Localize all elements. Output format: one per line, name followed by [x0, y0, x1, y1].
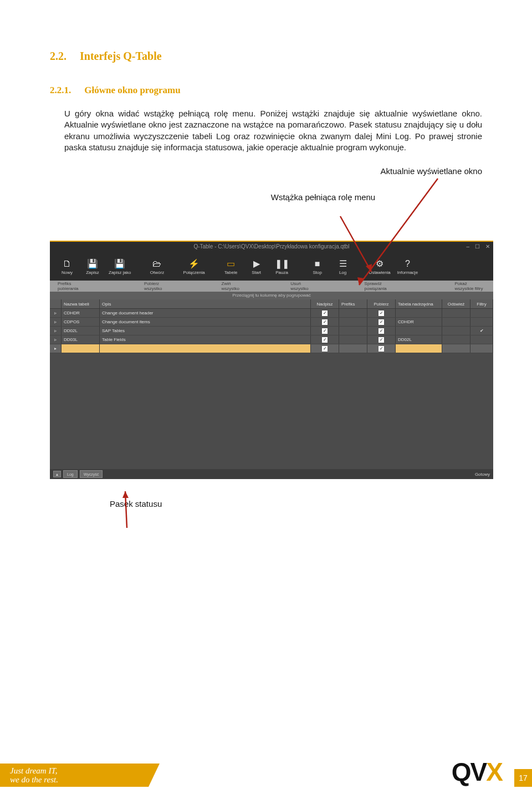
ribbon-zapisz-jako[interactable]: 💾Zapisz jako — [105, 258, 134, 275]
cmd-prefiks-pobierania[interactable]: Prefiks pobierania — [50, 281, 91, 292]
page-footer: Just dream IT, we do the rest. QVX 17 — [0, 757, 532, 787]
table-row[interactable]: ▹DD02LSAP Tables✓✓✔ — [50, 327, 493, 335]
log-button[interactable]: Log — [63, 470, 78, 478]
close-button[interactable]: ✕ — [485, 242, 490, 252]
table-row[interactable]: ▹CDPOSChange document items✓✓CDHDR — [50, 318, 493, 327]
command-bar: Prefiks pobieraniaPobierz wszystkoZwiń w… — [50, 281, 493, 292]
svg-line-4 — [125, 491, 127, 528]
ribbon-ustawienia[interactable]: ⚙Ustawienia — [366, 258, 394, 275]
svg-marker-5 — [122, 491, 129, 498]
ribbon-zapisz[interactable]: 💾Zapisz — [80, 258, 105, 275]
minimize-button[interactable]: – — [466, 242, 469, 252]
table-row[interactable]: ▹CDHDRChange document header✓✓ — [50, 309, 493, 318]
window-titlebar: Q-Table - C:\Users\QVX\Desktop\Przykłado… — [50, 242, 493, 252]
expand-log-button[interactable]: ▲ — [53, 471, 61, 477]
ribbon-menu: 🗋Nowy💾Zapisz💾Zapisz jako🗁Otwórz⚡Połączen… — [50, 252, 493, 281]
ribbon-połączenia[interactable]: ⚡Połączenia — [180, 258, 208, 275]
ribbon-otwórz[interactable]: 🗁Otwórz — [144, 258, 170, 275]
annotation-statusbar: Pasek statusu — [110, 499, 482, 508]
maximize-button[interactable]: ☐ — [475, 242, 480, 252]
page-number: 17 — [514, 769, 532, 787]
body-paragraph: U góry okna widać wstążkę pełniącą rolę … — [64, 108, 482, 153]
qvx-logo: QVX — [452, 757, 502, 787]
app-screenshot: Q-Table - C:\Users\QVX\Desktop\Przykłado… — [50, 241, 493, 479]
status-text: Gotowy — [475, 472, 490, 477]
cmd-pobierz-wszystko[interactable]: Pobierz wszystko — [136, 281, 177, 292]
table-row[interactable]: ▹DD03LTable Fields✓✓DD02L — [50, 335, 493, 344]
clear-button[interactable]: Wyczyść — [80, 470, 103, 478]
ribbon-stop[interactable]: ■Stop — [305, 258, 330, 275]
section-heading: 2.2.Interfejs Q-Table — [50, 50, 482, 63]
ribbon-log[interactable]: ☰Log — [330, 258, 356, 275]
cmd-usuń-wszystko[interactable]: Usuń wszystko — [283, 281, 320, 292]
ribbon-informacje[interactable]: ?Informacje — [394, 258, 421, 275]
ribbon-start[interactable]: ▶Start — [244, 258, 269, 275]
cmd-sprawdź-powiązania[interactable]: Sprawdź powiązania — [357, 281, 402, 292]
group-hint: Przeciągnij tu kolumnę aby pogrupować — [50, 292, 493, 299]
annotation-ribbon: Wstążka pełniąca rolę menu — [64, 192, 482, 202]
cmd-pokaż-wszystkie-filtry[interactable]: Pokaż wszystkie filtry — [447, 281, 493, 292]
ribbon-tabele[interactable]: ▭Tabele — [218, 258, 244, 275]
ribbon-pauza[interactable]: ❚❚Pauza — [269, 258, 295, 275]
table-row-new[interactable]: ▸ ✓ ✓ — [50, 344, 493, 353]
ribbon-nowy[interactable]: 🗋Nowy — [54, 258, 80, 275]
cmd-zwiń-wszystko[interactable]: Zwiń wszystko — [214, 281, 250, 292]
status-bar: ▲ Log Wyczyść Gotowy — [50, 469, 493, 479]
subsection-heading: 2.2.1.Główne okno programu — [50, 85, 482, 96]
table-header: Nazwa tabeli Opis Nadpisz Prefiks Pobier… — [50, 299, 493, 309]
footer-slogan: Just dream IT, we do the rest. — [0, 764, 149, 787]
annotation-current-window: Aktualnie wyświetlane okno — [64, 166, 482, 176]
